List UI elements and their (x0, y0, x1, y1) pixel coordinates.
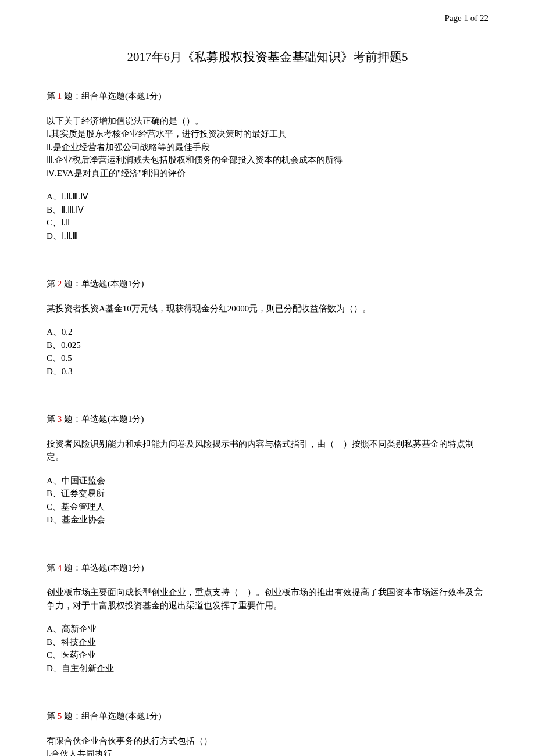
question-block: 第 5 题：组合单选题(本题1分)有限合伙企业合伙事务的执行方式包括（）Ⅰ.合伙… (47, 710, 488, 756)
question-label-suffix: 题：组合单选题(本题1分) (62, 91, 161, 101)
document-title: 2017年6月《私募股权投资基金基础知识》考前押题5 (47, 48, 488, 67)
question-text: 以下关于经济增加值说法正确的是（）。Ⅰ.其实质是股东考核企业经营水平，进行投资决… (47, 114, 488, 180)
options-list: A、中国证监会B、证券交易所C、基金管理人D、基金业协会 (47, 474, 488, 526)
option-item: D、自主创新企业 (47, 662, 488, 675)
question-text: 创业板市场主要面向成长型创业企业，重点支持（ ）。创业板市场的推出有效提高了我国… (47, 586, 488, 612)
question-block: 第 3 题：单选题(本题1分)投资者风险识别能力和承担能力问卷及风险揭示书的内容… (47, 413, 488, 526)
question-header: 第 4 题：单选题(本题1分) (47, 561, 488, 575)
option-item: B、0.025 (47, 339, 488, 352)
question-label-prefix: 第 (47, 563, 58, 572)
question-block: 第 1 题：组合单选题(本题1分)以下关于经济增加值说法正确的是（）。Ⅰ.其实质… (47, 89, 488, 242)
question-label-prefix: 第 (47, 279, 58, 288)
question-text: 有限合伙企业合伙事务的执行方式包括（）Ⅰ.合伙人共同执行Ⅱ.委托执行Ⅲ.分别执行… (47, 734, 488, 757)
option-item: C、医药企业 (47, 648, 488, 662)
question-block: 第 4 题：单选题(本题1分)创业板市场主要面向成长型创业企业，重点支持（ ）。… (47, 561, 488, 675)
question-line: 创业板市场主要面向成长型创业企业，重点支持（ ）。创业板市场的推出有效提高了我国… (47, 586, 488, 612)
question-header: 第 3 题：单选题(本题1分) (47, 413, 488, 426)
question-label-suffix: 题：单选题(本题1分) (62, 563, 144, 572)
question-line: 有限合伙企业合伙事务的执行方式包括（） (47, 734, 488, 748)
question-label-prefix: 第 (47, 91, 58, 101)
question-line: 投资者风险识别能力和承担能力问卷及风险揭示书的内容与格式指引，由（ ）按照不同类… (47, 438, 488, 464)
question-line: Ⅲ.企业税后净营运利润减去包括股权和债务的全部投入资本的机会成本的所得 (47, 153, 488, 167)
question-label-suffix: 题：组合单选题(本题1分) (62, 711, 161, 721)
question-line: Ⅰ.其实质是股东考核企业经营水平，进行投资决策时的最好工具 (47, 127, 488, 141)
options-list: A、高新企业B、科技企业C、医药企业D、自主创新企业 (47, 622, 488, 675)
question-header: 第 1 题：组合单选题(本题1分) (47, 89, 488, 103)
option-item: B、科技企业 (47, 636, 488, 649)
option-item: B、证券交易所 (47, 487, 488, 500)
question-label-suffix: 题：单选题(本题1分) (62, 279, 144, 288)
question-line: 某投资者投资A基金10万元钱，现获得现金分红20000元，则已分配收益倍数为（）… (47, 302, 488, 316)
options-list: A、0.2B、0.025C、0.5D、0.3 (47, 325, 488, 378)
option-item: C、基金管理人 (47, 500, 488, 514)
question-line: Ⅱ.是企业经营者加强公司战略等的最佳手段 (47, 141, 488, 154)
option-item: D、Ⅰ.Ⅱ.Ⅲ (47, 230, 488, 243)
question-block: 第 2 题：单选题(本题1分)某投资者投资A基金10万元钱，现获得现金分红200… (47, 277, 488, 378)
question-label-prefix: 第 (47, 711, 58, 721)
option-item: A、0.2 (47, 325, 488, 339)
option-item: C、Ⅰ.Ⅱ (47, 216, 488, 230)
option-item: A、Ⅰ.Ⅱ.Ⅲ.Ⅳ (47, 190, 488, 203)
option-item: B、Ⅱ.Ⅲ.Ⅳ (47, 203, 488, 217)
question-label-suffix: 题：单选题(本题1分) (62, 414, 144, 424)
question-line: Ⅰ.合伙人共同执行 (47, 747, 488, 756)
question-line: 以下关于经济增加值说法正确的是（）。 (47, 114, 488, 128)
question-text: 某投资者投资A基金10万元钱，现获得现金分红20000元，则已分配收益倍数为（）… (47, 302, 488, 316)
question-label-prefix: 第 (47, 414, 58, 424)
question-header: 第 2 题：单选题(本题1分) (47, 277, 488, 291)
option-item: A、中国证监会 (47, 474, 488, 488)
question-header: 第 5 题：组合单选题(本题1分) (47, 710, 488, 723)
options-list: A、Ⅰ.Ⅱ.Ⅲ.ⅣB、Ⅱ.Ⅲ.ⅣC、Ⅰ.ⅡD、Ⅰ.Ⅱ.Ⅲ (47, 190, 488, 242)
option-item: C、0.5 (47, 352, 488, 365)
option-item: A、高新企业 (47, 622, 488, 636)
option-item: D、0.3 (47, 365, 488, 378)
option-item: D、基金业协会 (47, 513, 488, 526)
question-text: 投资者风险识别能力和承担能力问卷及风险揭示书的内容与格式指引，由（ ）按照不同类… (47, 438, 488, 464)
page-header: Page 1 of 22 (47, 12, 488, 25)
question-line: Ⅳ.EVA是对真正的"经济"利润的评价 (47, 167, 488, 180)
